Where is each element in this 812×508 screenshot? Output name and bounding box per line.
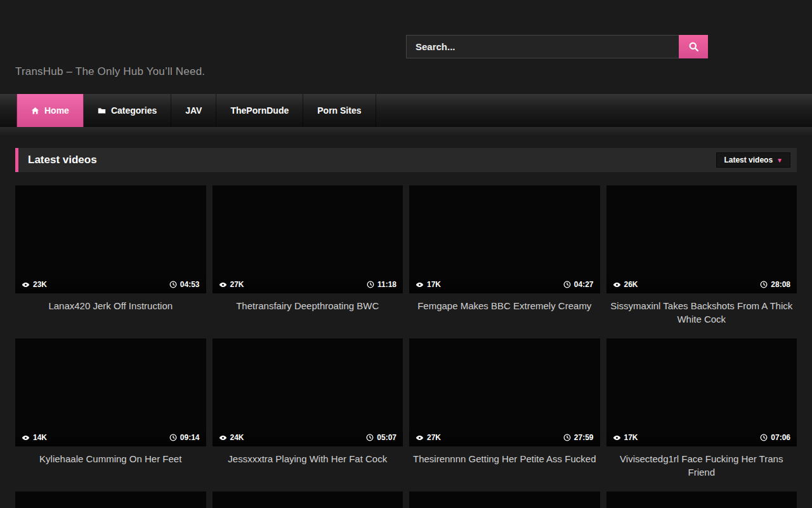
clock-icon (367, 281, 374, 288)
video-title[interactable]: Thesirennnn Getting Her Petite Ass Fucke… (409, 446, 600, 465)
duration-stat: 04:27 (563, 280, 594, 289)
video-title[interactable]: Sissymaxinl Takes Backshots From A Thick… (606, 293, 797, 326)
video-stats: 27K 27:59 (409, 429, 600, 446)
duration-label: 04:53 (180, 280, 200, 289)
eye-icon (219, 281, 227, 289)
video-stats: 17K 07:06 (606, 429, 797, 446)
nav-item-categories[interactable]: Categories (84, 94, 171, 127)
search-input[interactable] (406, 35, 679, 58)
eye-icon (613, 281, 621, 289)
video-title[interactable]: Jessxxxtra Playing With Her Fat Cock (213, 446, 403, 465)
video-thumbnail[interactable] (409, 491, 600, 508)
video-card-partial[interactable] (606, 491, 797, 508)
video-thumbnail[interactable]: 26K 28:08 (606, 185, 797, 293)
video-thumbnail[interactable] (15, 491, 206, 508)
video-thumbnail[interactable]: 17K 04:27 (409, 185, 600, 293)
eye-icon (22, 434, 30, 442)
home-icon (31, 107, 39, 115)
video-thumbnail[interactable]: 17K 07:06 (606, 338, 797, 446)
views-stat: 24K (219, 433, 244, 442)
video-card[interactable]: 23K 04:53 Lanax420 Jerk Off Instruction (15, 185, 206, 323)
nav-shadow (0, 127, 812, 136)
video-stats: 17K 04:27 (409, 276, 600, 293)
video-card-partial[interactable] (213, 491, 403, 508)
video-card[interactable]: 17K 07:06 Vivisectedg1rl Face Fucking He… (606, 338, 797, 476)
views-stat: 17K (613, 433, 638, 442)
video-stats: 14K 09:14 (15, 429, 206, 446)
video-card-partial[interactable] (15, 491, 206, 508)
folder-icon (98, 107, 106, 115)
duration-stat: 05:07 (366, 433, 396, 442)
duration-stat: 27:59 (563, 433, 594, 442)
nav-item-label: JAV (185, 105, 202, 116)
video-card[interactable]: 26K 28:08 Sissymaxinl Takes Backshots Fr… (606, 185, 797, 323)
duration-stat: 04:53 (169, 280, 200, 289)
eye-icon (219, 434, 227, 442)
video-card[interactable]: 24K 05:07 Jessxxxtra Playing With Her Fa… (213, 338, 403, 476)
search-icon (688, 41, 699, 52)
video-stats: 24K 05:07 (213, 429, 403, 446)
eye-icon (416, 281, 424, 289)
views-count: 17K (624, 433, 638, 442)
nav-item-porn-sites[interactable]: Porn Sites (303, 94, 376, 127)
clock-icon (366, 434, 374, 441)
duration-label: 09:14 (180, 433, 200, 442)
video-card[interactable]: 27K 11:18 Thetransfairy Deepthroating BW… (213, 185, 403, 323)
duration-stat: 28:08 (760, 280, 790, 289)
video-stats: 26K 28:08 (606, 276, 797, 293)
sort-dropdown-button[interactable]: Latest videos ▼ (716, 152, 790, 168)
video-title[interactable]: Femgape Makes BBC Extremely Creamy (409, 293, 600, 312)
video-thumbnail[interactable] (606, 491, 797, 508)
views-count: 26K (624, 280, 638, 289)
nav-item-theporndude[interactable]: ThePornDude (216, 94, 303, 127)
search-bar (406, 35, 708, 58)
views-stat: 27K (416, 433, 441, 442)
views-count: 24K (230, 433, 244, 442)
video-grid: 23K 04:53 Lanax420 Jerk Off Instruction … (15, 185, 797, 508)
clock-icon (563, 434, 571, 441)
views-count: 27K (427, 433, 441, 442)
video-title[interactable]: Vivisectedg1rl Face Fucking Her Trans Fr… (606, 446, 797, 479)
video-card[interactable]: 17K 04:27 Femgape Makes BBC Extremely Cr… (409, 185, 600, 323)
site-tagline: TransHub – The Only Hub You’ll Need. (15, 65, 205, 78)
views-stat: 23K (22, 280, 47, 289)
eye-icon (22, 281, 30, 289)
video-thumbnail[interactable]: 27K 27:59 (409, 338, 600, 446)
video-card-partial[interactable] (409, 491, 600, 508)
search-button[interactable] (679, 35, 708, 58)
views-stat: 27K (219, 280, 244, 289)
views-count: 14K (33, 433, 47, 442)
views-stat: 17K (416, 280, 441, 289)
video-thumbnail[interactable]: 27K 11:18 (213, 185, 403, 293)
section-accent-bar (15, 148, 18, 172)
video-stats: 27K 11:18 (213, 276, 403, 293)
nav-item-jav[interactable]: JAV (171, 94, 216, 127)
clock-icon (169, 434, 177, 441)
duration-label: 05:07 (377, 433, 396, 442)
section-header: Latest videos Latest videos ▼ (15, 148, 797, 172)
video-title[interactable]: Thetransfairy Deepthroating BWC (213, 293, 403, 312)
duration-label: 07:06 (771, 433, 790, 442)
clock-icon (563, 281, 571, 288)
eye-icon (613, 434, 621, 442)
video-thumbnail[interactable] (213, 491, 403, 508)
video-thumbnail[interactable]: 24K 05:07 (213, 338, 403, 446)
eye-icon (416, 434, 424, 442)
video-thumbnail[interactable]: 23K 04:53 (15, 185, 206, 293)
site-header: TransHub – The Only Hub You’ll Need. (0, 0, 812, 94)
video-card[interactable]: 14K 09:14 Kyliehaale Cumming On Her Feet (15, 338, 206, 476)
video-card[interactable]: 27K 27:59 Thesirennnn Getting Her Petite… (409, 338, 600, 476)
duration-label: 11:18 (377, 280, 396, 289)
nav-item-home[interactable]: Home (16, 94, 84, 127)
views-count: 23K (33, 280, 47, 289)
video-thumbnail[interactable]: 14K 09:14 (15, 338, 206, 446)
main-nav: Home Categories JAV ThePornDude Porn Sit… (0, 94, 812, 127)
duration-label: 27:59 (574, 433, 594, 442)
views-stat: 14K (22, 433, 47, 442)
video-title[interactable]: Lanax420 Jerk Off Instruction (15, 293, 206, 312)
clock-icon (760, 434, 768, 441)
section-title: Latest videos (28, 154, 97, 166)
clock-icon (760, 281, 768, 288)
views-stat: 26K (613, 280, 638, 289)
video-title[interactable]: Kyliehaale Cumming On Her Feet (15, 446, 206, 465)
